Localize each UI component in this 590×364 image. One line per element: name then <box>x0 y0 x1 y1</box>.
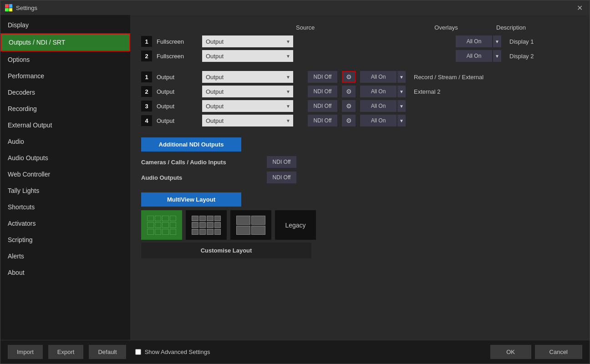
fullscreen-source-select-1[interactable]: Output <box>202 35 293 47</box>
fullscreen-desc-2: Display 2 <box>506 53 579 60</box>
sidebar-item-external-output[interactable]: External Output <box>0 117 130 133</box>
output-desc-1: Record / Stream / External <box>410 74 492 81</box>
output-overlay-4: All On ▼ <box>360 115 406 126</box>
cameras-ndi-btn[interactable]: NDI Off <box>267 156 296 168</box>
output-source-select-4[interactable]: Output <box>202 115 293 126</box>
sidebar-item-activators[interactable]: Activators <box>0 215 130 232</box>
output-source-dropdown-3[interactable]: Output ▼ <box>202 100 293 112</box>
fullscreen-overlay-2: All On ▼ <box>456 50 501 62</box>
layout-btn-3[interactable] <box>230 210 271 240</box>
additional-ndi-title-btn[interactable]: Additional NDI Outputs <box>141 137 241 152</box>
ndi-btn-3[interactable]: NDI Off <box>308 100 337 112</box>
output-source-dropdown-2[interactable]: Output ▼ <box>202 86 293 97</box>
sidebar-item-display[interactable]: Display <box>0 17 130 33</box>
row-number-2: 2 <box>141 51 152 61</box>
output-desc-2: External 2 <box>410 88 492 95</box>
cancel-button[interactable]: Cancel <box>535 345 582 359</box>
fullscreen-source-select-2[interactable]: Output <box>202 50 293 62</box>
gear-btn-4[interactable]: ⚙ <box>342 115 356 126</box>
output-label-1: Output <box>157 74 198 81</box>
output-overlay-dropdown-1[interactable]: ▼ <box>397 71 406 83</box>
export-button[interactable]: Export <box>48 345 84 359</box>
content-area: Source Overlays Description 1 Fullscreen… <box>130 15 590 340</box>
sidebar-item-audio-outputs[interactable]: Audio Outputs <box>0 150 130 166</box>
output-overlay-dropdown-2[interactable]: ▼ <box>397 86 406 97</box>
output-label-3: Output <box>157 103 198 110</box>
output-overlay-btn-2[interactable]: All On <box>360 86 397 97</box>
sidebar-item-decoders[interactable]: Decoders <box>0 84 130 101</box>
cameras-ndi-row: Cameras / Calls / Audio Inputs NDI Off <box>141 156 579 168</box>
bottom-bar: Import Export Default Show Advanced Sett… <box>0 340 590 364</box>
layout-btn-1[interactable] <box>141 210 182 240</box>
layout-btn-2[interactable] <box>186 210 227 240</box>
output-overlay-1: All On ▼ <box>360 71 406 83</box>
fullscreen-overlay-dropdown-1[interactable]: ▼ <box>493 35 501 47</box>
ndi-btn-1[interactable]: NDI Off <box>308 71 337 83</box>
output-overlay-btn-1[interactable]: All On <box>360 71 397 83</box>
output-overlay-3: All On ▼ <box>360 100 406 112</box>
show-advanced-label[interactable]: Show Advanced Settings <box>145 349 210 355</box>
ok-cancel-container: OK Cancel <box>490 345 582 359</box>
output-source-select-2[interactable]: Output <box>202 86 293 97</box>
sidebar-item-shortcuts[interactable]: Shortcuts <box>0 199 130 215</box>
main-area: Display Outputs / NDI / SRT Options Perf… <box>0 15 590 340</box>
output-num-4: 4 <box>141 115 152 126</box>
fullscreen-desc-1: Display 1 <box>506 38 579 45</box>
show-advanced-checkbox[interactable] <box>135 349 141 355</box>
output-num-1: 1 <box>141 71 152 82</box>
customise-layout-btn[interactable]: Customise Layout <box>141 243 311 258</box>
sidebar-item-performance[interactable]: Performance <box>0 68 130 84</box>
fullscreen-overlay-btn-2[interactable]: All On <box>456 50 492 62</box>
output-source-dropdown-1[interactable]: Output ▼ <box>202 71 293 83</box>
sidebar-item-options[interactable]: Options <box>0 51 130 68</box>
fullscreen-source-dropdown-2[interactable]: Output ▼ <box>202 50 293 62</box>
additional-ndi-rows: Cameras / Calls / Audio Inputs NDI Off A… <box>141 156 579 183</box>
legacy-label: Legacy <box>285 222 305 229</box>
output-source-select-3[interactable]: Output <box>202 100 293 112</box>
fullscreen-source-dropdown-1[interactable]: Output ▼ <box>202 35 293 47</box>
output-section: 1 Output Output ▼ NDI Off ⚙ All On ▼ <box>141 71 579 126</box>
output-label-2: Output <box>157 88 198 95</box>
output-overlay-dropdown-3[interactable]: ▼ <box>397 100 406 112</box>
sidebar-item-audio[interactable]: Audio <box>0 133 130 150</box>
default-button[interactable]: Default <box>89 345 126 359</box>
output-overlay-dropdown-4[interactable]: ▼ <box>397 115 406 126</box>
output-row-1: 1 Output Output ▼ NDI Off ⚙ All On ▼ <box>141 71 579 83</box>
layout-grid-2 <box>190 214 223 237</box>
output-overlay-btn-4[interactable]: All On <box>360 115 397 126</box>
titlebar-left: Settings <box>5 4 37 11</box>
output-num-2: 2 <box>141 86 152 97</box>
gear-btn-1[interactable]: ⚙ <box>342 71 356 83</box>
multiview-title-btn[interactable]: MultiView Layout <box>141 192 241 207</box>
fullscreen-label-2: Fullscreen <box>157 53 198 60</box>
cameras-ndi-label: Cameras / Calls / Audio Inputs <box>141 159 259 166</box>
import-button[interactable]: Import <box>8 345 43 359</box>
gear-btn-2[interactable]: ⚙ <box>342 86 356 97</box>
layout-btn-legacy[interactable]: Legacy <box>275 210 316 240</box>
sidebar-item-recording[interactable]: Recording <box>0 101 130 117</box>
fullscreen-overlay-dropdown-2[interactable]: ▼ <box>493 50 501 62</box>
ndi-btn-4[interactable]: NDI Off <box>308 115 337 126</box>
output-source-dropdown-4[interactable]: Output ▼ <box>202 115 293 126</box>
sidebar-item-outputs-ndi-srt[interactable]: Outputs / NDI / SRT <box>0 33 130 51</box>
sidebar-item-tally-lights[interactable]: Tally Lights <box>0 182 130 199</box>
sidebar-item-web-controller[interactable]: Web Controller <box>0 166 130 182</box>
show-advanced-container: Show Advanced Settings <box>135 349 485 355</box>
layout-grid-3 <box>234 214 267 237</box>
fullscreen-overlay-btn-1[interactable]: All On <box>456 35 492 47</box>
sidebar-item-scripting[interactable]: Scripting <box>0 232 130 248</box>
ok-button[interactable]: OK <box>490 345 531 359</box>
output-row-2: 2 Output Output ▼ NDI Off ⚙ All On ▼ <box>141 86 579 97</box>
audio-outputs-ndi-btn[interactable]: NDI Off <box>267 172 296 183</box>
output-source-select-1[interactable]: Output <box>202 71 293 83</box>
output-row-3: 3 Output Output ▼ NDI Off ⚙ All On ▼ <box>141 100 579 112</box>
close-button[interactable]: ✕ <box>574 2 585 13</box>
multiview-section: MultiView Layout <box>141 192 579 258</box>
output-overlay-btn-3[interactable]: All On <box>360 100 397 112</box>
sidebar-item-about[interactable]: About <box>0 264 130 281</box>
output-label-4: Output <box>157 117 198 124</box>
gear-btn-3[interactable]: ⚙ <box>342 100 356 112</box>
sidebar-item-alerts[interactable]: Alerts <box>0 248 130 264</box>
ndi-btn-2[interactable]: NDI Off <box>308 86 337 97</box>
layout-grid-1 <box>145 214 178 237</box>
